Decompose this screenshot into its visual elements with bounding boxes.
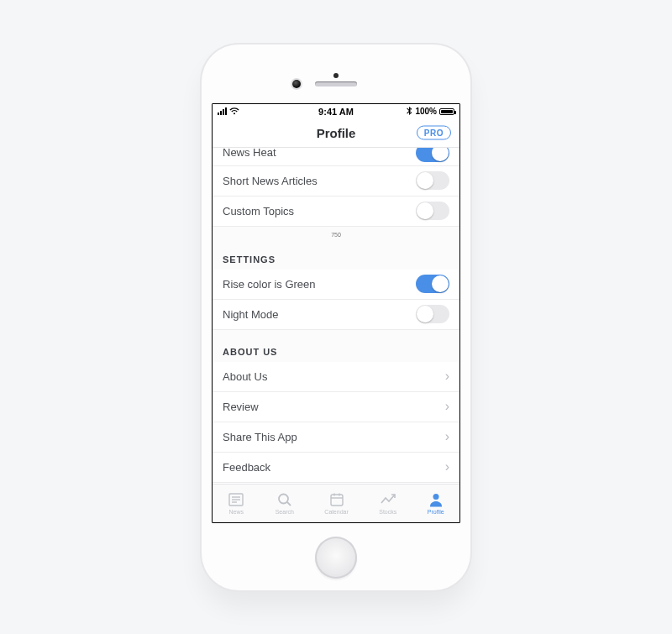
tab-label: Search: [276, 509, 294, 515]
speaker-grille: [315, 81, 357, 86]
label-feedback: Feedback: [223, 461, 270, 474]
row-rise-color: Rise color is Green: [213, 270, 459, 300]
row-custom-topics: Custom Topics: [213, 196, 459, 227]
search-icon: [276, 492, 293, 507]
chevron-right-icon: ›: [445, 369, 449, 384]
tab-bar: News Search Calendar Stocks Profile: [213, 484, 459, 522]
section-settings: SETTINGS: [213, 238, 459, 270]
toggle-short-news[interactable]: [416, 171, 449, 190]
row-share-app[interactable]: Share This App ›: [213, 422, 459, 453]
tab-stocks[interactable]: Stocks: [379, 492, 396, 515]
tab-label: News: [228, 509, 244, 515]
tiny-mark: 750: [213, 227, 459, 238]
content-scroll[interactable]: News Heat Short News Articles Custom Top…: [213, 148, 459, 484]
label-about-us: About Us: [223, 370, 267, 383]
stocks-icon: [380, 492, 396, 507]
row-review[interactable]: Review ›: [213, 392, 459, 422]
pro-badge[interactable]: PRO: [417, 126, 451, 140]
chevron-right-icon: ›: [445, 399, 449, 414]
status-time: 9:41 AM: [213, 107, 459, 117]
calendar-icon: [328, 492, 345, 507]
svg-rect-6: [331, 495, 343, 506]
tab-calendar[interactable]: Calendar: [324, 492, 348, 515]
row-short-news: Short News Articles: [213, 166, 459, 196]
tab-label: Profile: [428, 509, 444, 515]
page-title: Profile: [317, 126, 356, 140]
row-news-heat: News Heat: [213, 148, 459, 166]
home-button[interactable]: [315, 537, 357, 579]
chevron-right-icon: ›: [445, 459, 449, 474]
tab-label: Stocks: [379, 509, 396, 515]
svg-line-5: [287, 502, 291, 506]
toggle-news-heat[interactable]: [416, 148, 449, 163]
label-short-news: Short News Articles: [223, 175, 318, 187]
tab-search[interactable]: Search: [276, 492, 294, 515]
screen: 9:41 AM 100% Profile PRO News Heat Short…: [212, 103, 460, 523]
label-news-heat: News Heat: [223, 148, 276, 159]
label-night-mode: Night Mode: [223, 308, 278, 321]
front-camera: [292, 80, 301, 88]
label-rise-color: Rise color is Green: [223, 278, 316, 291]
sensor-dot: [333, 73, 339, 78]
label-share-app: Share This App: [223, 431, 297, 443]
toggle-night-mode[interactable]: [416, 305, 449, 323]
label-review: Review: [223, 401, 259, 413]
tab-profile[interactable]: Profile: [428, 492, 444, 515]
svg-point-10: [433, 494, 438, 500]
svg-point-4: [279, 494, 288, 503]
phone-frame: 9:41 AM 100% Profile PRO News Heat Short…: [202, 45, 470, 590]
toggle-custom-topics[interactable]: [416, 202, 449, 220]
toggle-rise-color[interactable]: [416, 275, 449, 293]
row-feedback[interactable]: Feedback ›: [213, 453, 459, 483]
tab-news[interactable]: News: [228, 492, 244, 515]
label-custom-topics: Custom Topics: [223, 205, 294, 217]
status-bar: 9:41 AM 100%: [213, 104, 459, 119]
row-about-us[interactable]: About Us ›: [213, 362, 459, 392]
chevron-right-icon: ›: [445, 429, 449, 444]
profile-icon: [428, 492, 444, 507]
row-night-mode: Night Mode: [213, 300, 459, 330]
news-icon: [228, 492, 244, 507]
battery-icon: [439, 108, 454, 115]
tab-label: Calendar: [324, 509, 348, 515]
nav-bar: Profile PRO: [213, 119, 459, 148]
section-about: ABOUT US: [213, 330, 459, 362]
